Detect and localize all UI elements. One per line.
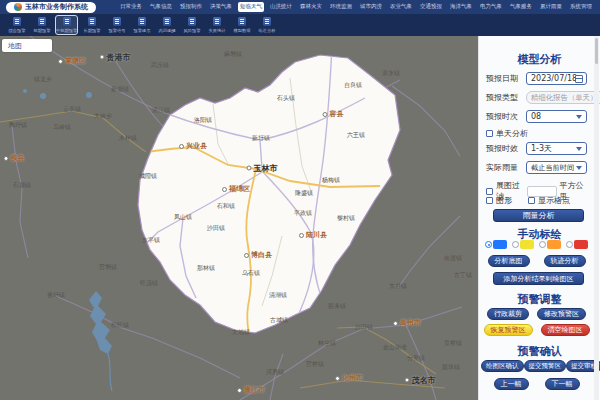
map-place-label: 南渡镇 bbox=[444, 254, 462, 263]
toolbar-item[interactable]: 中短期预警 bbox=[55, 15, 78, 35]
chevron-down-icon bbox=[576, 115, 582, 119]
map-place-label: 麻垌镇 bbox=[224, 50, 242, 59]
menu-item[interactable]: 决策气象 bbox=[208, 2, 234, 12]
menu-item[interactable]: 预报制作 bbox=[178, 2, 204, 12]
toolbar-item-label: 内部提醒 bbox=[158, 27, 175, 32]
map-place-label: 木梓镇 bbox=[119, 134, 137, 143]
map-place-label: 自良镇 bbox=[344, 81, 362, 90]
restore-warning-button[interactable]: 恢复预警区 bbox=[484, 324, 533, 336]
menu-item[interactable]: 气象服务 bbox=[508, 2, 534, 12]
map-place-label: 玉林市 bbox=[247, 163, 278, 174]
modify-warning-button[interactable]: 修改预警区 bbox=[537, 308, 586, 320]
graph-checkbox[interactable] bbox=[486, 197, 493, 204]
map-canvas[interactable]: 贵港市玉林市茂名市覃塘区横县兴业县容县福绵区陆川县博白县高州市化州市廉江市麻垌镇… bbox=[0, 36, 478, 400]
document-icon bbox=[63, 17, 71, 26]
map-place-label: 马岭镇 bbox=[53, 123, 71, 132]
document-icon bbox=[38, 17, 46, 26]
map-place-label: 廉江市 bbox=[237, 385, 265, 395]
map-place-label: 陆川县 bbox=[299, 230, 327, 240]
rain-analysis-button[interactable]: 雨量分析 bbox=[493, 209, 584, 222]
sidebar-scrollbar[interactable] bbox=[594, 36, 599, 400]
map-place-label: 古丁镇 bbox=[454, 271, 472, 280]
menu-item[interactable]: 电力气象 bbox=[478, 2, 504, 12]
map-layer-tab[interactable]: 地图 bbox=[2, 39, 52, 52]
menu-item[interactable]: 山洪统计 bbox=[268, 2, 294, 12]
toolbar-item[interactable]: 临近分析 bbox=[255, 15, 278, 35]
base-map-button[interactable]: 分析底图 bbox=[488, 255, 530, 267]
next-frame-button[interactable]: 下一幅 bbox=[545, 378, 580, 390]
area-confirm-button[interactable]: 绘图区确认 bbox=[481, 360, 524, 372]
actual-rain-select[interactable]: 截止当前时间 bbox=[526, 161, 587, 174]
add-result-button[interactable]: 添加分析结果到绘图区 bbox=[493, 272, 584, 285]
toolbar-item[interactable]: 短期预警 bbox=[30, 15, 53, 35]
document-icon bbox=[138, 17, 146, 26]
map-place-label: 分界镇 bbox=[407, 354, 425, 363]
menu-item[interactable]: 农业气象 bbox=[388, 2, 414, 12]
color-radio[interactable] bbox=[566, 241, 573, 248]
calendar-icon[interactable] bbox=[575, 75, 583, 83]
menu-item[interactable]: 城市内涝 bbox=[358, 2, 384, 12]
forecast-time-label: 预报时次 bbox=[486, 111, 526, 122]
plot-color-option[interactable] bbox=[485, 240, 507, 249]
menu-item[interactable]: 海洋气象 bbox=[448, 2, 474, 12]
toolbar-item[interactable]: 失效统计 bbox=[205, 15, 228, 35]
app-logo-icon bbox=[14, 3, 22, 11]
map-place-label: 兴业县 bbox=[179, 141, 207, 151]
menu-item[interactable]: 交通预报 bbox=[418, 2, 444, 12]
toolbar-item[interactable]: 模型数据 bbox=[230, 15, 253, 35]
document-icon bbox=[88, 17, 96, 26]
clear-draw-button[interactable]: 清空绘图区 bbox=[541, 324, 590, 336]
admin-clip-button[interactable]: 行政裁剪 bbox=[487, 308, 529, 320]
forecast-date-input[interactable]: 2023/07/18 bbox=[526, 72, 587, 85]
map-place-label: 茂名市 bbox=[405, 375, 436, 386]
map-place-label: 河唇镇 bbox=[266, 368, 284, 377]
toolbar-item-label: 临近分析 bbox=[258, 27, 275, 32]
map-place-label: 观珠镇 bbox=[442, 363, 460, 372]
map-place-label: 博白县 bbox=[244, 250, 272, 260]
toolbar-item[interactable]: 风险预警 bbox=[180, 15, 203, 35]
scrollbar-thumb[interactable] bbox=[595, 38, 598, 64]
document-icon bbox=[213, 17, 221, 26]
color-radio[interactable] bbox=[512, 241, 519, 248]
document-icon bbox=[263, 17, 271, 26]
menu-item[interactable]: 系统管理 bbox=[568, 2, 594, 12]
color-radio[interactable] bbox=[539, 241, 546, 248]
color-swatch bbox=[574, 240, 588, 249]
toolbar-item[interactable]: 综合预警 bbox=[5, 15, 28, 35]
menu-item[interactable]: 环境监测 bbox=[328, 2, 354, 12]
map-place-label: 云表镇 bbox=[63, 105, 81, 114]
toolbar-item-label: 预警信号 bbox=[108, 27, 125, 32]
menu-item[interactable]: 日常业务 bbox=[118, 2, 144, 12]
forecast-time-select[interactable]: 08 bbox=[526, 110, 587, 123]
menu-item[interactable]: 短临天气 bbox=[238, 2, 264, 12]
toolbar-item[interactable]: 长期预警 bbox=[80, 15, 103, 35]
single-day-checkbox[interactable] bbox=[486, 130, 493, 137]
forecast-period-select[interactable]: 1-3天 bbox=[526, 142, 587, 155]
prev-frame-button[interactable]: 上一幅 bbox=[494, 378, 529, 390]
map-place-label: 金山街道 bbox=[383, 343, 407, 352]
chevron-down-icon bbox=[576, 166, 582, 170]
toolbar-item[interactable]: 预警信号 bbox=[105, 15, 128, 35]
track-analysis-button[interactable]: 轨迹分析 bbox=[544, 255, 586, 267]
menu-item[interactable]: 森林火灾 bbox=[298, 2, 324, 12]
toolbar-item-label: 失效统计 bbox=[208, 27, 225, 32]
document-icon bbox=[238, 17, 246, 26]
area-filter-checkbox[interactable] bbox=[486, 188, 493, 195]
map-place-label: 那务镇 bbox=[328, 302, 346, 311]
menu-item[interactable]: 气象信息 bbox=[148, 2, 174, 12]
map-place-label: 官桥镇 bbox=[306, 360, 324, 369]
forecast-time-value: 08 bbox=[531, 112, 541, 121]
color-swatch bbox=[520, 240, 534, 249]
map-place-label: 寨圩镇 bbox=[47, 291, 65, 300]
plot-color-option[interactable] bbox=[566, 240, 588, 249]
plot-color-option[interactable] bbox=[539, 240, 561, 249]
plot-color-option[interactable] bbox=[512, 240, 534, 249]
submit-warning-button[interactable]: 提交预警区 bbox=[524, 360, 567, 372]
map-place-label: 沙田镇 bbox=[355, 323, 373, 332]
color-radio[interactable] bbox=[485, 241, 492, 248]
toolbar-item[interactable]: 预警提示 bbox=[130, 15, 153, 35]
show-grid-checkbox[interactable] bbox=[528, 197, 535, 204]
menu-item[interactable]: 累计雨量 bbox=[538, 2, 564, 12]
toolbar-item[interactable]: 内部提醒 bbox=[155, 15, 178, 35]
map-place-label: 石塘镇 bbox=[13, 181, 31, 190]
